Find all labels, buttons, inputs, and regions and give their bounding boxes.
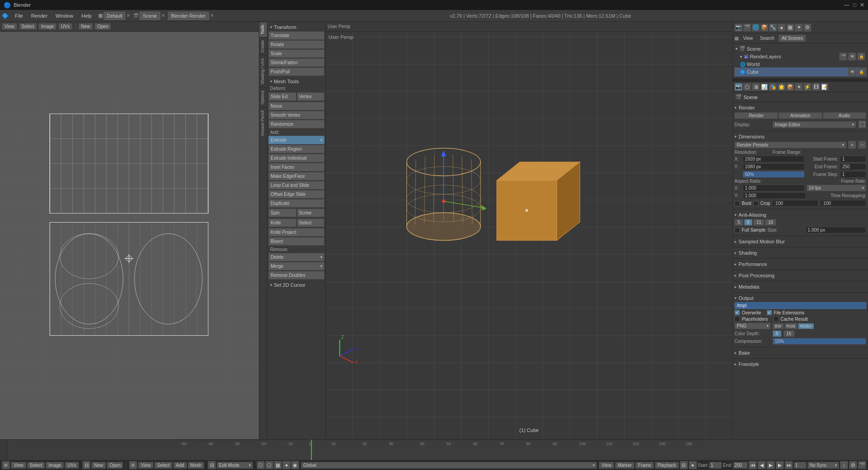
minimize-btn[interactable]: — [844,2,849,8]
jump-end-icon[interactable]: ⏭ [785,461,793,469]
overwrite-checkbox[interactable] [734,310,740,315]
frame-step-input[interactable]: 1 [840,171,866,178]
vertex-btn[interactable]: Vertex [297,92,325,101]
uv-image-btn[interactable]: Image [38,23,57,30]
material-icon[interactable]: ● [282,461,291,469]
start-input[interactable] [709,462,722,469]
prop-icon3[interactable]: 🖥 [752,83,760,91]
inset-faces-btn[interactable]: Inset Faces [268,163,324,171]
renderer-selector[interactable]: Blender Render [168,12,209,20]
scene-tree-render-layers[interactable]: ▾ 📽 RenderLayers 🎬 👁 🔒 [734,52,866,61]
bottom-vp2-view-btn[interactable]: View [138,462,153,469]
render-btn[interactable]: Render [734,112,778,119]
timeline-options-icon[interactable]: ⚙ [849,461,857,469]
rgba-btn[interactable]: RGBA [798,323,814,329]
translate-btn[interactable]: Translate [268,31,324,40]
tab-tools[interactable]: Tools [259,22,267,37]
animation-btn[interactable]: Animation [778,112,822,119]
render-section-header[interactable]: Render [734,104,866,111]
time-remap-old[interactable] [772,200,818,207]
mesh-tools-section-header[interactable]: Mesh Tools [268,78,324,85]
aspect-y-input[interactable]: 1.000 [743,192,806,199]
mode-icon[interactable]: ⊟ [208,461,216,469]
tab-shading-uvs[interactable]: Shading / UVs [259,55,267,87]
noise-btn[interactable]: Noise [268,102,324,110]
aa-11-btn[interactable]: 11 [753,219,764,226]
prop-icon5[interactable]: 🎭 [769,83,777,91]
frame-current-input[interactable] [794,462,806,469]
bottom-icon2[interactable]: ⊟ [82,461,91,469]
shrink-fatten-btn[interactable]: Shrink/Fatten [268,58,324,67]
time-remap-new[interactable] [820,200,866,207]
anim-icon[interactable]: 🎬 [858,461,866,469]
playback-frame-btn[interactable]: Frame [635,462,654,469]
scene-tree-world[interactable]: 🌐 World [734,61,866,67]
smooth-vertex-btn[interactable]: Smooth Vertex [268,111,324,119]
slide-edge-btn[interactable]: Slide Ed [268,92,296,101]
play-icon[interactable]: ▶ [767,461,775,469]
metadata-header[interactable]: Metadata [734,283,866,290]
aspect-x-input[interactable]: 1.000 [743,185,805,191]
scene-tree-scene[interactable]: ▾ 🎬 Scene [734,45,866,52]
bw-btn[interactable]: BW [773,323,784,329]
freestyle-header[interactable]: Freestyle [734,361,866,368]
knife-btn[interactable]: Knife [268,218,296,227]
prop-icon6[interactable]: 🌟 [777,83,786,91]
tab-grease-pencil[interactable]: Grease Pencil [259,107,267,139]
spin-btn[interactable]: Spin [268,209,296,217]
randomize-btn[interactable]: Randomize [268,120,324,128]
prop-icon2[interactable]: ⬡ [743,83,751,91]
prop-icon10[interactable]: 🎞 [812,83,820,91]
search-tab[interactable]: Search [758,35,777,42]
presets-remove-icon[interactable]: − [858,141,866,149]
end-input[interactable] [733,462,748,469]
active-prop-icon[interactable]: 📷 [734,83,743,91]
playback-playback-btn[interactable]: Playback [655,462,679,469]
percent-input[interactable]: 50% [743,171,805,178]
scene-selector[interactable]: Scene [139,12,160,20]
prop-icon-scene[interactable]: 🎬 [743,24,751,32]
bottom-vp2-select-btn[interactable]: Select [154,462,172,469]
rendered-icon[interactable]: ◉ [291,461,299,469]
set-2d-cursor-header[interactable]: Set 2D Cursor [268,281,324,289]
global-btn[interactable]: Global [301,462,597,469]
dimensions-header[interactable]: Dimensions [734,133,866,140]
color-depth-16-btn[interactable]: 16 [783,330,795,337]
playback-icon[interactable]: ⊟ [680,461,688,469]
prop-icon4[interactable]: 📊 [760,83,768,91]
solid-icon[interactable]: ⬡ [265,461,273,469]
audio-icon[interactable]: ♪ [840,461,848,469]
bottom-vp2-mesh-btn[interactable]: Mesh [188,462,204,469]
prop-icon-modifier[interactable]: 🔧 [769,24,777,32]
workspace-close-icon[interactable]: ✕ [126,13,130,19]
tab-create[interactable]: Create [259,37,267,55]
extrude-individual-btn[interactable]: Extrude Individual [268,154,324,162]
screw-btn[interactable]: Screw [297,209,325,217]
res-x-input[interactable]: 1920 px [743,156,805,162]
workspace-selector[interactable]: Default [104,12,126,20]
make-edge-face-btn[interactable]: Make Edge/Face [268,172,324,180]
texture-icon[interactable]: ▦ [274,461,282,469]
uv-uvs-btn[interactable]: UVs [58,23,72,30]
view-tab[interactable]: View [740,35,756,42]
all-scenes-tab[interactable]: All Scenes [779,35,806,42]
image-editor-btn[interactable]: Image Editor [773,121,856,128]
audio-btn[interactable]: Audio [823,112,866,119]
menu-window[interactable]: Window [52,12,77,19]
prop-icon-texture[interactable]: ▦ [786,24,794,32]
extrude-region-btn[interactable]: Extrude Region [268,145,324,153]
aa-5-btn[interactable]: 5 [734,219,744,226]
prop-icon8[interactable]: ✦ [795,83,803,91]
bake-header[interactable]: Bake [734,349,866,356]
loop-cut-slide-btn[interactable]: Loop Cut and Slide [268,181,324,190]
step-back-icon[interactable]: ◀ [758,461,766,469]
jump-start-icon[interactable]: ⏮ [749,461,757,469]
scene-close-icon[interactable]: ✕ [161,13,165,19]
transform-section-header[interactable]: Transform [268,24,324,31]
bottom-vp2-add-btn[interactable]: Add [173,462,187,469]
scale-btn[interactable]: Scale [268,49,324,58]
bord-checkbox[interactable] [734,201,740,206]
menu-file[interactable]: File [11,12,27,19]
viewport-content[interactable]: Y X Z User Persp (1) Cube [326,32,732,449]
edit-mode-btn[interactable]: Edit Mode [217,462,253,469]
